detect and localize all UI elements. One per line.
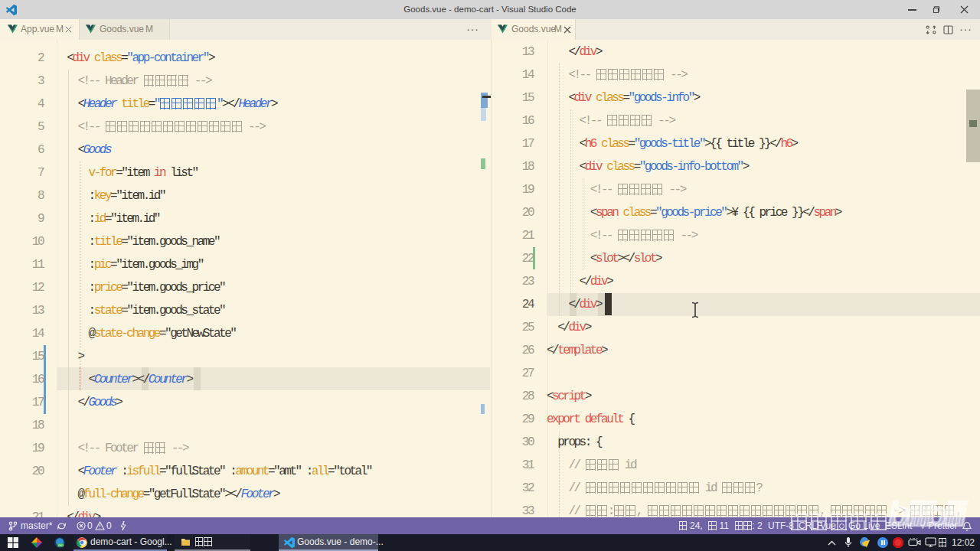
svg-text:GO: GO	[58, 543, 64, 547]
